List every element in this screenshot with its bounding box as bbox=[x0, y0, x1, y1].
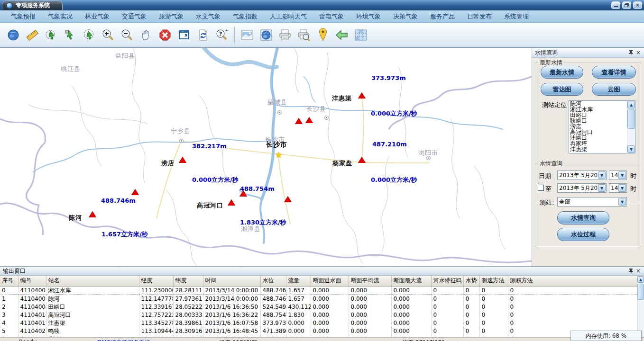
station-marker-icon[interactable] bbox=[131, 189, 139, 195]
station-marker-icon[interactable] bbox=[358, 157, 366, 163]
output-scroll-up-icon[interactable]: ▲ bbox=[637, 276, 644, 283]
station-combobox[interactable]: 全部 ▼ bbox=[557, 197, 627, 206]
pointer-tool-button[interactable] bbox=[61, 25, 80, 45]
column-header[interactable]: 序号 bbox=[0, 276, 18, 286]
restore-button[interactable] bbox=[622, 1, 631, 9]
menu-item-6[interactable]: 水文气象 bbox=[190, 12, 227, 21]
globe-tool-button[interactable] bbox=[4, 25, 23, 45]
chevron-down-icon[interactable]: ▼ bbox=[618, 171, 626, 179]
table-cell: 112.147778 bbox=[139, 295, 173, 303]
radar-chart-button[interactable]: 雷达图 bbox=[541, 83, 583, 96]
output-scroll-thumb[interactable] bbox=[637, 284, 644, 300]
view-details-button[interactable]: 查看详情 bbox=[592, 66, 636, 79]
column-header[interactable]: 断面最大流 bbox=[391, 276, 431, 286]
menu-item-5[interactable]: 旅游气象 bbox=[153, 12, 190, 21]
column-header[interactable]: 断面平均流 bbox=[349, 276, 391, 286]
panel-close-icon[interactable]: × bbox=[635, 49, 642, 56]
column-header[interactable]: 水位 bbox=[260, 276, 286, 286]
pin-icon[interactable] bbox=[627, 49, 635, 56]
print-preview-tool-button[interactable] bbox=[294, 25, 313, 45]
cloud-image-button[interactable]: 云图 bbox=[592, 83, 636, 96]
table-row[interactable]: 041104002湘江水库111.23000028.2811112013/3/1… bbox=[0, 286, 637, 295]
column-header[interactable]: 测积方法 bbox=[508, 276, 637, 286]
station-marker-icon[interactable] bbox=[228, 199, 235, 206]
scroll-up-icon[interactable]: ▲ bbox=[627, 101, 635, 108]
hour-to-combobox[interactable]: 14 ▼ bbox=[609, 183, 627, 193]
table-row[interactable]: 341104010高冠河口112.75722228.0033332013/1/6… bbox=[0, 311, 637, 319]
output-scrollbar[interactable]: ▲ bbox=[637, 276, 644, 337]
column-header[interactable]: 测速方法 bbox=[479, 276, 508, 286]
water-query-button[interactable]: 水情查询 bbox=[557, 211, 609, 224]
stop-tool-button[interactable] bbox=[156, 25, 175, 45]
column-header[interactable]: 水势 bbox=[463, 276, 479, 286]
scroll-down-icon[interactable]: ▼ bbox=[627, 145, 635, 153]
pan-tool-button[interactable] bbox=[137, 25, 156, 45]
measure-tool-button[interactable] bbox=[23, 25, 42, 45]
chevron-down-icon[interactable]: ▼ bbox=[618, 198, 626, 206]
station-list-item[interactable]: 沣惠渠 bbox=[569, 146, 627, 152]
minimize-button[interactable] bbox=[611, 1, 620, 9]
menu-item-1[interactable]: 气象预报 bbox=[5, 12, 42, 21]
chevron-down-icon[interactable]: ▼ bbox=[618, 184, 626, 192]
select-area-tool-button[interactable] bbox=[42, 25, 61, 45]
output-close-icon[interactable]: × bbox=[635, 268, 642, 275]
station-marker-icon[interactable] bbox=[305, 117, 313, 123]
menu-item-11[interactable]: 决策气象 bbox=[387, 12, 424, 21]
menu-item-3[interactable]: 林业气象 bbox=[79, 12, 116, 21]
station-marker-icon[interactable] bbox=[179, 157, 186, 163]
date-to-combobox[interactable]: 2013年 5月20日 ▼ bbox=[557, 183, 607, 193]
chevron-down-icon[interactable]: ▼ bbox=[598, 171, 606, 179]
table-row[interactable]: 141104002陈河112.14777827.9736112013/3/14 … bbox=[0, 295, 637, 303]
app-title: 专项服务系统 bbox=[16, 1, 50, 9]
column-header[interactable]: 流量 bbox=[286, 276, 311, 286]
image-export-tool-button[interactable] bbox=[238, 25, 257, 45]
grid-map-tool-button[interactable] bbox=[351, 25, 370, 45]
menu-item-2[interactable]: 气象实况 bbox=[42, 12, 79, 21]
column-header[interactable]: 站名 bbox=[46, 276, 139, 286]
zoom-out-tool-button[interactable] bbox=[118, 25, 137, 45]
menu-item-7[interactable]: 气象指数 bbox=[227, 12, 264, 21]
station-marker-icon[interactable] bbox=[89, 211, 96, 217]
scroll-thumb[interactable] bbox=[627, 109, 635, 129]
station-marker-icon[interactable] bbox=[284, 196, 292, 202]
menu-item-14[interactable]: 系统管理 bbox=[498, 12, 535, 21]
table-row[interactable]: 241104004田峪口112.33916728.0522222013/1/6 … bbox=[0, 303, 637, 311]
column-header[interactable]: 时间 bbox=[203, 276, 260, 286]
station-marker-icon[interactable] bbox=[239, 190, 247, 197]
map-canvas[interactable]: 益阳县桃江县宁乡县望城县长沙县浏阳市湘潭县长沙市长沙市沣惠渠涝店高冠河口陈河杨家… bbox=[0, 48, 532, 266]
identify-tool-button[interactable]: ?± bbox=[212, 25, 231, 45]
water-level-process-button[interactable]: 水位过程 bbox=[557, 228, 609, 241]
column-header[interactable]: 纬度 bbox=[173, 276, 203, 286]
table-row[interactable]: 541104022鸣犊113.10944428.3091672013/1/6 1… bbox=[0, 327, 637, 335]
menu-item-4[interactable]: 交通气象 bbox=[116, 12, 153, 21]
zoom-in-tool-button[interactable] bbox=[99, 25, 118, 45]
station-marker-icon[interactable] bbox=[295, 118, 303, 124]
back-tool-button[interactable] bbox=[332, 25, 351, 45]
column-header[interactable]: 河水特征码 bbox=[431, 276, 463, 286]
latest-water-button[interactable]: 最新水情 bbox=[541, 66, 583, 79]
chevron-down-icon[interactable]: ▼ bbox=[598, 184, 606, 192]
column-header[interactable]: 断面过水面 bbox=[311, 276, 349, 286]
table-row[interactable]: 441104017沣惠渠113.34527828.3986112013/1/6 … bbox=[0, 319, 637, 327]
station-marker-icon[interactable] bbox=[358, 92, 366, 99]
full-extent-tool-button[interactable] bbox=[175, 25, 193, 45]
date-from-combobox[interactable]: 2013年 5月20日 ▼ bbox=[557, 170, 607, 180]
station-list-scrollbar[interactable]: ▲ ▼ bbox=[627, 101, 635, 153]
menu-item-9[interactable]: 雷电气象 bbox=[313, 12, 350, 21]
globe-view-tool-button[interactable] bbox=[257, 25, 276, 45]
column-header[interactable]: 编号 bbox=[18, 276, 46, 286]
refresh-tool-button[interactable] bbox=[193, 25, 212, 45]
output-pin-icon[interactable] bbox=[627, 268, 635, 275]
menu-item-10[interactable]: 环境气象 bbox=[350, 12, 387, 21]
menu-item-8[interactable]: 人工影响天气 bbox=[264, 12, 313, 21]
station-listbox[interactable]: 陈河湘江水库田峪口耿峪口涝店高冠河口沣峪口冉家坪沣惠渠 ▲ ▼ bbox=[569, 100, 635, 153]
menu-item-13[interactable]: 日常发布 bbox=[461, 12, 498, 21]
hour-from-combobox[interactable]: 14 ▼ bbox=[609, 170, 627, 180]
close-button[interactable]: × bbox=[633, 1, 642, 9]
menu-item-12[interactable]: 服务产品 bbox=[424, 12, 461, 21]
locate-pin-tool-button[interactable] bbox=[313, 25, 332, 45]
column-header[interactable]: 经度 bbox=[139, 276, 173, 286]
to-date-checkbox[interactable] bbox=[538, 185, 544, 191]
print-tool-button[interactable] bbox=[276, 25, 294, 45]
select-circle-tool-button[interactable] bbox=[80, 25, 99, 45]
